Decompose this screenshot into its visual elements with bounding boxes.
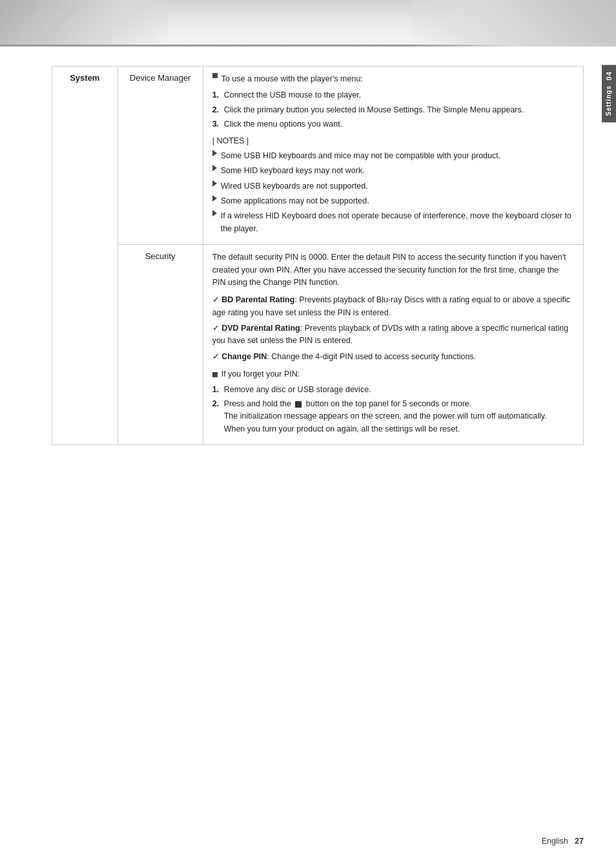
device-manager-submenu: Device Manager [118, 67, 203, 245]
device-manager-label: Device Manager [130, 73, 191, 83]
note-5-row: If a wireless HID Keyboard does not oper… [212, 210, 574, 235]
security-intro: The default security PIN is 0000. Enter … [212, 251, 574, 289]
forget-steps-list: 1. Remove any disc or USB storage device… [212, 384, 574, 436]
security-row: Security The default security PIN is 000… [52, 245, 584, 445]
forget-step-2: 2. Press and hold the button on the top … [212, 398, 574, 435]
top-header-band [0, 0, 616, 47]
forget-step-1: 1. Remove any disc or USB storage device… [212, 384, 574, 396]
triangle-bullet-5 [212, 210, 217, 216]
note-3-row: Wired USB keyboards are not supported. [212, 180, 574, 193]
mouse-steps-list: 1. Connect the USB mouse to the player. … [212, 89, 574, 130]
triangle-bullet-1 [212, 150, 217, 156]
square-bullet-icon [212, 73, 218, 78]
stop-icon [295, 401, 302, 408]
triangle-bullet-4 [212, 195, 217, 202]
step-2: 2. Click the primary button you selected… [212, 104, 574, 116]
forget-pin-label: If you forget your PIN: [221, 368, 300, 380]
mouse-intro-row: To use a mouse with the player's menu: [212, 73, 574, 85]
security-content: The default security PIN is 0000. Enter … [203, 245, 583, 445]
note-1-text: Some USB HID keyboards and mice may not … [221, 150, 501, 162]
system-label: System [70, 73, 99, 83]
step-1-text: Connect the USB mouse to the player. [224, 89, 362, 101]
forget-step-2-text: Press and hold the button on the top pan… [224, 398, 547, 435]
step-2-text: Click the primary button you selected in… [224, 104, 524, 116]
step-1-num: 1. [212, 89, 224, 101]
mouse-intro-text: To use a mouse with the player's menu: [221, 73, 363, 85]
forget-pin-row: If you forget your PIN: [212, 368, 574, 380]
security-label: Security [145, 251, 176, 261]
forget-step-1-text: Remove any disc or USB storage device. [224, 384, 371, 396]
step-1: 1. Connect the USB mouse to the player. [212, 89, 574, 101]
note-5-text: If a wireless HID Keyboard does not oper… [221, 210, 574, 235]
content-area: System Device Manager To use a mouse wit… [0, 47, 616, 471]
step-3-text: Click the menu options you want. [224, 118, 342, 130]
square-bullet-forget [212, 372, 218, 377]
notes-header: | NOTES | [212, 135, 574, 147]
chapter-number: 04 [605, 71, 613, 80]
note-4-text: Some applications may not be supported. [221, 195, 369, 207]
note-3-text: Wired USB keyboards are not supported. [221, 180, 368, 193]
chapter-label: Settings [605, 85, 612, 116]
system-cell: System [52, 67, 118, 445]
page-footer: English 27 [542, 837, 584, 846]
triangle-bullet-2 [212, 165, 217, 171]
dvd-parental-item: ✓ DVD Parental Rating: Prevents playback… [212, 322, 574, 348]
chapter-tab: Settings 04 [602, 65, 616, 122]
note-2-text: Some HID keyboard keys may not work. [221, 165, 365, 177]
note-1-row: Some USB HID keyboards and mice may not … [212, 150, 574, 162]
footer-page: 27 [575, 837, 584, 846]
main-table: System Device Manager To use a mouse wit… [52, 66, 584, 445]
note-4-row: Some applications may not be supported. [212, 195, 574, 207]
forget-step-1-num: 1. [212, 384, 224, 396]
note-2-row: Some HID keyboard keys may not work. [212, 165, 574, 177]
device-manager-content: To use a mouse with the player's menu: 1… [203, 67, 583, 245]
bd-parental-item: ✓ BD Parental Rating: Prevents playback … [212, 294, 574, 319]
change-pin-item: ✓ Change PIN: Change the 4-digit PIN use… [212, 351, 574, 363]
triangle-bullet-3 [212, 180, 217, 187]
device-manager-row: System Device Manager To use a mouse wit… [52, 67, 584, 245]
footer-lang: English [542, 837, 568, 846]
step-3-num: 3. [212, 118, 224, 130]
step-3: 3. Click the menu options you want. [212, 118, 574, 130]
forget-step-2-num: 2. [212, 398, 224, 410]
step-2-num: 2. [212, 104, 224, 116]
security-submenu: Security [118, 245, 203, 445]
